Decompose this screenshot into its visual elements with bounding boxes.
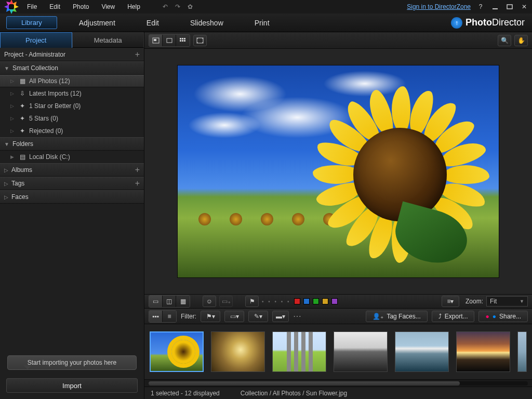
section-label: Folders [12, 140, 33, 148]
color-label-purple[interactable] [331, 298, 338, 304]
tab-edit[interactable]: Edit [131, 15, 175, 31]
flag-button[interactable]: ⚑ [245, 296, 259, 307]
rating-stars[interactable]: • • • • • [262, 299, 291, 304]
color-label-blue[interactable] [303, 298, 310, 304]
btn-label: Tag Faces... [387, 313, 420, 320]
status-path: Collection / All Photos / Sun Flower.jpg [241, 390, 347, 397]
more-filters-icon[interactable]: ⋯ [293, 311, 301, 321]
close-button[interactable]: ✕ [520, 3, 529, 10]
tree-item-local-disk[interactable]: ▶ ▤ Local Disk (C:) [0, 151, 144, 163]
tag-faces-button[interactable]: 👤₊Tag Faces... [366, 311, 427, 322]
expand-icon: ▷ [10, 103, 16, 109]
thumbnail-6[interactable] [456, 331, 510, 372]
tree-item-label: All Photos (12) [29, 77, 70, 85]
export-button[interactable]: ⤴Export... [432, 311, 475, 322]
svg-rect-11 [184, 40, 185, 42]
status-selection: 1 selected - 12 displayed [151, 390, 220, 397]
tab-slideshow[interactable]: Slideshow [175, 15, 239, 31]
import-button[interactable]: Import [6, 378, 138, 393]
add-project-icon[interactable]: + [135, 50, 140, 59]
view-grid-button[interactable] [176, 35, 190, 46]
filter-label: Filter: [181, 313, 196, 320]
face-overlay-button[interactable]: ☺ [203, 296, 216, 307]
filmstrip-scrollbar[interactable] [144, 379, 532, 387]
chevron-right-icon: ▷ [4, 167, 8, 173]
chevron-down-icon: ▼ [4, 65, 9, 71]
tree-item-label: 5 Stars (0) [29, 115, 58, 122]
section-smart-collection[interactable]: ▼ Smart Collection [0, 61, 144, 75]
preview-image[interactable] [177, 65, 499, 278]
zoom-tool-button[interactable]: 🔍 [498, 35, 511, 46]
expand-icon: ▷ [10, 116, 16, 121]
layout-single-button[interactable]: ▭ [149, 296, 163, 307]
menubar: File Edit Photo View Help ↶ ↷ ✿ Sign in … [0, 0, 532, 14]
svg-rect-6 [180, 38, 181, 39]
thumbnail-3[interactable] [272, 331, 326, 372]
tab-library[interactable]: Library [6, 16, 57, 29]
view-loupe-button[interactable] [149, 35, 163, 46]
preview-area [144, 49, 532, 294]
thumbnail-4[interactable] [334, 331, 388, 372]
layout-split-button[interactable]: ◫ [163, 296, 176, 307]
zoom-value: Fit [490, 298, 497, 305]
tree-item-1star[interactable]: ▷ ✦ 1 Star or Better (0) [0, 100, 144, 112]
expand-icon: ▷ [10, 78, 16, 84]
undo-icon[interactable]: ↶ [160, 2, 170, 12]
color-label-yellow[interactable] [322, 298, 328, 304]
tab-adjustment[interactable]: Adjustment [63, 15, 131, 31]
filter-stack-button[interactable]: ▬▾ [272, 311, 289, 322]
menu-help[interactable]: Help [122, 2, 145, 11]
thumb-size-small-button[interactable]: ▪▪▪ [149, 311, 163, 322]
maximize-button[interactable] [505, 3, 514, 10]
section-folders[interactable]: ▼ Folders [0, 137, 144, 151]
signin-link[interactable]: Sign in to DirectorZone [407, 3, 471, 10]
tab-print[interactable]: Print [239, 15, 285, 31]
filter-flag-button[interactable]: ⚑▾ [201, 311, 220, 322]
menu-view[interactable]: View [96, 2, 120, 11]
tree-item-rejected[interactable]: ▷ ✦ Rejected (0) [0, 125, 144, 137]
sidebar-tab-metadata[interactable]: Metadata [72, 32, 144, 48]
redo-icon[interactable]: ↷ [172, 2, 183, 12]
thumbnail-5[interactable] [395, 331, 449, 372]
svg-rect-9 [180, 40, 181, 42]
lower-toolbar: ▭ ◫ ▦ ☺ ▭₊ ⚑ • • • • • ≡▾ Zoom: Fit ▼ [144, 294, 532, 309]
fullscreen-button[interactable] [193, 35, 207, 46]
filter-label-button[interactable]: ▭▾ [224, 311, 244, 322]
filter-rating-button[interactable]: ✎▾ [248, 311, 268, 322]
svg-rect-10 [182, 40, 183, 42]
menu-edit[interactable]: Edit [44, 2, 65, 11]
view-toolbar: 🔍 ✋ [144, 32, 532, 49]
tree-item-5stars[interactable]: ▷ ✦ 5 Stars (0) [0, 112, 144, 125]
svg-rect-7 [182, 38, 183, 39]
view-single-button[interactable] [163, 35, 176, 46]
add-tag-icon[interactable]: + [135, 179, 140, 188]
expand-icon: ▷ [10, 128, 16, 134]
add-overlay-button[interactable]: ▭₊ [219, 296, 233, 307]
section-tags[interactable]: ▷ Tags + [0, 177, 144, 190]
add-album-icon[interactable]: + [135, 165, 140, 175]
thumbnail-2[interactable] [211, 331, 265, 372]
zoom-select[interactable]: Fit ▼ [486, 296, 528, 307]
sidebar-tab-project[interactable]: Project [0, 32, 72, 48]
share-button[interactable]: ●●Share... [478, 311, 528, 322]
help-icon[interactable]: ? [476, 3, 485, 10]
menu-file[interactable]: File [22, 2, 42, 11]
menu-photo[interactable]: Photo [68, 2, 94, 11]
thumbnail-7[interactable] [517, 331, 527, 372]
reject-wand-icon: ✦ [19, 127, 26, 135]
tree-item-all-photos[interactable]: ▷ ▦ All Photos (12) [0, 75, 144, 87]
minimize-button[interactable] [490, 3, 500, 10]
settings-icon[interactable]: ✿ [185, 2, 195, 12]
brand-upload-icon: ↑ [451, 17, 462, 29]
section-albums[interactable]: ▷ Albums + [0, 163, 144, 177]
tree-item-latest-imports[interactable]: ▷ ⇩ Latest Imports (12) [0, 87, 144, 100]
thumb-size-large-button[interactable]: ≡ [163, 311, 176, 322]
tree-item-label: Latest Imports (12) [29, 90, 82, 97]
section-faces[interactable]: ▷ Faces [0, 190, 144, 204]
thumbnail-1[interactable] [150, 331, 204, 372]
sort-button[interactable]: ≡▾ [442, 296, 459, 307]
color-label-red[interactable] [294, 298, 300, 304]
layout-grid-button[interactable]: ▦ [176, 296, 190, 307]
color-label-green[interactable] [313, 298, 319, 304]
pan-tool-button[interactable]: ✋ [514, 35, 528, 46]
